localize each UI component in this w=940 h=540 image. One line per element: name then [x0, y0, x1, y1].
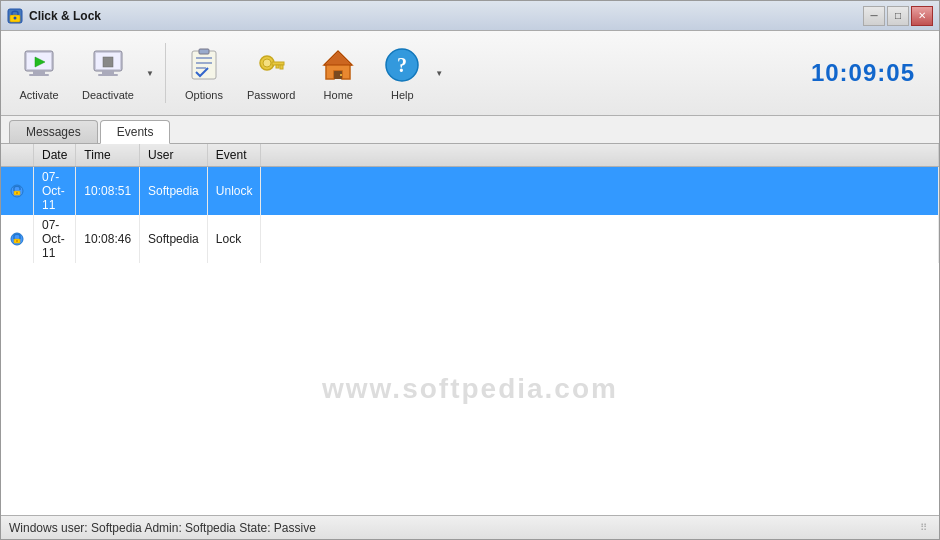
home-label: Home — [324, 89, 353, 101]
row-user: Softpedia — [140, 215, 208, 263]
row-icon-cell — [1, 167, 34, 216]
row-extra — [261, 215, 939, 263]
svg-point-19 — [263, 59, 271, 67]
svg-rect-15 — [196, 57, 212, 59]
svg-rect-13 — [192, 51, 216, 79]
help-label: Help — [391, 89, 414, 101]
deactivate-label: Deactivate — [82, 89, 134, 101]
col-user-header: User — [140, 144, 208, 167]
deactivate-dropdown-arrow[interactable]: ▼ — [143, 38, 157, 108]
time-display: 10:09:05 — [811, 59, 931, 87]
home-icon — [318, 45, 358, 85]
row-user: Softpedia — [140, 167, 208, 216]
svg-rect-14 — [199, 49, 209, 54]
row-event: Unlock — [207, 167, 261, 216]
deactivate-icon — [88, 45, 128, 85]
window-controls: ─ □ ✕ — [863, 6, 933, 26]
tab-messages[interactable]: Messages — [9, 120, 98, 143]
resize-handle[interactable]: ⠿ — [915, 520, 931, 536]
main-window: Click & Lock ─ □ ✕ Activate — [0, 0, 940, 540]
svg-rect-6 — [29, 74, 49, 76]
minimize-button[interactable]: ─ — [863, 6, 885, 26]
options-label: Options — [185, 89, 223, 101]
svg-text:?: ? — [397, 54, 407, 76]
row-icon-cell — [1, 215, 34, 263]
col-event-header: Event — [207, 144, 261, 167]
status-bar: Windows user: Softpedia Admin: Softpedia… — [1, 515, 939, 539]
svg-rect-22 — [276, 65, 279, 68]
col-icon-header — [1, 144, 34, 167]
help-icon: ? — [382, 45, 422, 85]
col-date-header: Date — [34, 144, 76, 167]
watermark-text: www.softpedia.com — [322, 373, 618, 405]
tab-events[interactable]: Events — [100, 120, 171, 144]
watermark-area: www.softpedia.com — [1, 263, 939, 515]
row-time: 10:08:46 — [76, 215, 140, 263]
svg-rect-21 — [280, 65, 283, 69]
help-dropdown-arrow[interactable]: ▼ — [432, 38, 446, 108]
status-text: Windows user: Softpedia Admin: Softpedia… — [9, 521, 316, 535]
svg-point-31 — [16, 192, 18, 194]
tabs-bar: Messages Events — [1, 116, 939, 144]
password-button[interactable]: Password — [238, 38, 304, 108]
svg-marker-24 — [324, 51, 352, 65]
row-event: Lock — [207, 215, 261, 263]
row-date: 07-Oct-11 — [34, 215, 76, 263]
activate-label: Activate — [19, 89, 58, 101]
toolbar: Activate Deactivate ▼ — [1, 31, 939, 116]
window-title: Click & Lock — [29, 9, 863, 23]
svg-rect-10 — [102, 71, 114, 74]
deactivate-button[interactable]: Deactivate — [73, 38, 143, 108]
maximize-button[interactable]: □ — [887, 6, 909, 26]
svg-rect-16 — [196, 62, 212, 64]
col-time-header: Time — [76, 144, 140, 167]
row-date: 07-Oct-11 — [34, 167, 76, 216]
app-icon — [7, 8, 23, 24]
content-area: Date Time User Event 07-Oct-1110:08:51So… — [1, 144, 939, 515]
deactivate-group: Deactivate ▼ — [73, 38, 157, 108]
svg-point-34 — [16, 240, 18, 242]
svg-rect-12 — [103, 57, 113, 67]
password-icon — [251, 45, 291, 85]
svg-point-2 — [14, 16, 17, 19]
row-time: 10:08:51 — [76, 167, 140, 216]
help-group: ? Help ▼ — [372, 38, 446, 108]
svg-rect-5 — [33, 71, 45, 74]
events-table: Date Time User Event 07-Oct-1110:08:51So… — [1, 144, 939, 263]
activate-icon — [19, 45, 59, 85]
svg-point-26 — [340, 74, 342, 76]
row-extra — [261, 167, 939, 216]
activate-button[interactable]: Activate — [9, 38, 69, 108]
table-row[interactable]: 07-Oct-1110:08:46SoftpediaLock — [1, 215, 939, 263]
title-bar: Click & Lock ─ □ ✕ — [1, 1, 939, 31]
table-row[interactable]: 07-Oct-1110:08:51SoftpediaUnlock — [1, 167, 939, 216]
col-extra-header — [261, 144, 939, 167]
password-label: Password — [247, 89, 295, 101]
close-button[interactable]: ✕ — [911, 6, 933, 26]
help-button[interactable]: ? Help — [372, 38, 432, 108]
home-button[interactable]: Home — [308, 38, 368, 108]
options-button[interactable]: Options — [174, 38, 234, 108]
svg-rect-17 — [196, 67, 206, 69]
separator-1 — [165, 43, 166, 103]
svg-rect-11 — [98, 74, 118, 76]
options-icon — [184, 45, 224, 85]
